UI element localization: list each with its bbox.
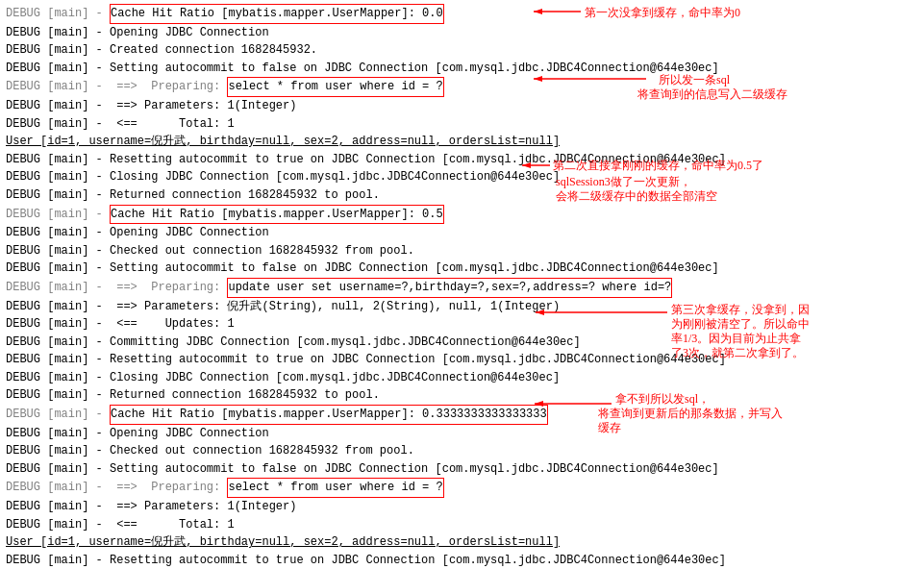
log-prefix: DEBUG [main] - — [6, 406, 110, 424]
log-line: DEBUG [main] - Resetting autocommit to t… — [6, 552, 918, 569]
log-highlight: Cache Hit Ratio [mybatis.mapper.UserMapp… — [110, 4, 444, 24]
log-line: DEBUG [main] - Setting autocommit to fal… — [6, 460, 918, 479]
log-line: DEBUG [main] - ==> Parameters: 倪升武(Strin… — [6, 298, 918, 316]
log-line: DEBUG [main] - Returned connection 16828… — [6, 386, 918, 405]
log-line: DEBUG [main] - Closing JDBC Connection [… — [6, 168, 918, 186]
log-line: DEBUG [main] - Cache Hit Ratio [mybatis.… — [6, 205, 918, 225]
log-line: DEBUG [main] - Checked out connection 16… — [6, 442, 918, 460]
log-line: User [id=1, username=倪升武, birthday=null,… — [6, 533, 918, 552]
log-line: DEBUG [main] - Setting autocommit to fal… — [6, 260, 918, 278]
log-line: DEBUG [main] - Checked out connection 16… — [6, 242, 918, 260]
log-line: DEBUG [main] - Committing JDBC Connectio… — [6, 334, 918, 352]
log-line: DEBUG [main] - Returned connection 16828… — [6, 186, 918, 205]
log-highlight: select * from user where id = ? — [227, 77, 443, 97]
log-prefix: DEBUG [main] - ==> Preparing: — [6, 78, 227, 96]
log-line: DEBUG [main] - ==> Preparing: update use… — [6, 278, 918, 298]
log-prefix: DEBUG [main] - ==> Preparing: — [6, 279, 227, 297]
log-highlight: update user set username=?,birthday=?,se… — [227, 278, 672, 298]
log-line: User [id=1, username=倪升武, birthday=null,… — [6, 133, 918, 151]
log-line: DEBUG [main] - Opening JDBC Connection — [6, 224, 918, 242]
log-line: DEBUG [main] - Resetting autocommit to t… — [6, 151, 918, 169]
log-highlight: select * from user where id = ? — [227, 478, 443, 498]
log-line: DEBUG [main] - ==> Parameters: 1(Integer… — [6, 97, 918, 115]
log-line: DEBUG [main] - Created connection 168284… — [6, 41, 918, 60]
log-line: DEBUG [main] - Opening JDBC Connection — [6, 425, 918, 443]
log-line: DEBUG [main] - Resetting autocommit to t… — [6, 351, 918, 369]
log-prefix: DEBUG [main] - — [6, 5, 110, 23]
log-line: DEBUG [main] - <== Total: 1 — [6, 115, 918, 134]
log-prefix: DEBUG [main] - — [6, 206, 110, 224]
log-highlight: Cache Hit Ratio [mybatis.mapper.UserMapp… — [110, 405, 548, 425]
log-highlight: Cache Hit Ratio [mybatis.mapper.UserMapp… — [110, 205, 444, 225]
log-line: DEBUG [main] - ==> Parameters: 1(Integer… — [6, 498, 918, 516]
log-line: DEBUG [main] - Cache Hit Ratio [mybatis.… — [6, 4, 918, 24]
log-line: DEBUG [main] - <== Total: 1 — [6, 516, 918, 534]
log-line: DEBUG [main] - Closing JDBC Connection [… — [6, 369, 918, 387]
log-prefix: DEBUG [main] - ==> Preparing: — [6, 479, 227, 497]
user-line: User [id=1, username=倪升武, birthday=null,… — [6, 533, 560, 552]
log-line: DEBUG [main] - Setting autocommit to fal… — [6, 60, 918, 78]
log-line: DEBUG [main] - ==> Preparing: select * f… — [6, 478, 918, 498]
user-line: User [id=1, username=倪升武, birthday=null,… — [6, 133, 560, 151]
log-line: DEBUG [main] - <== Updates: 1 — [6, 315, 918, 334]
log-container: DEBUG [main] - Cache Hit Ratio [mybatis.… — [0, 0, 924, 569]
log-line: DEBUG [main] - Cache Hit Ratio [mybatis.… — [6, 405, 918, 425]
log-line: DEBUG [main] - ==> Preparing: select * f… — [6, 77, 918, 97]
log-line: DEBUG [main] - Opening JDBC Connection — [6, 24, 918, 42]
